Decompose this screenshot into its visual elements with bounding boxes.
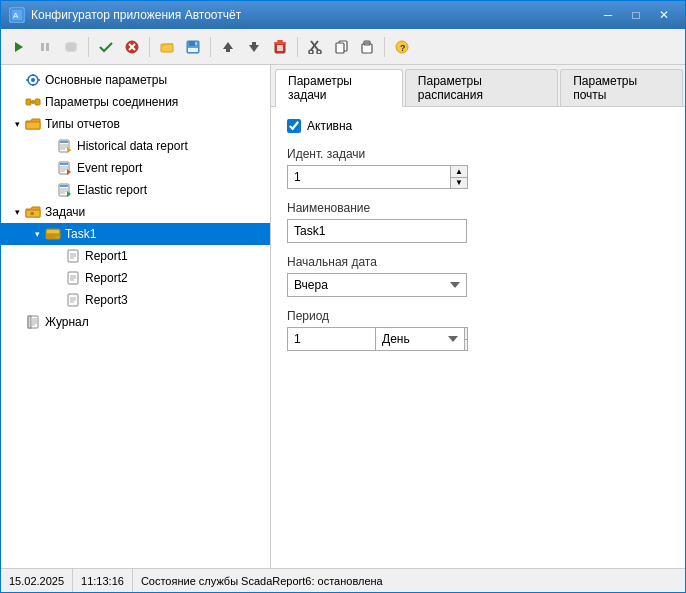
svg-rect-14 — [188, 48, 198, 52]
tasks-folder-icon: ≡ — [25, 204, 41, 220]
tab-schedule-params[interactable]: Параметры расписания — [405, 69, 558, 106]
svg-text:?: ? — [400, 43, 406, 53]
sidebar-item-connection[interactable]: Параметры соединения — [1, 91, 270, 113]
svg-point-37 — [31, 78, 35, 82]
stop-button[interactable] — [59, 35, 83, 59]
svg-text:≡: ≡ — [30, 210, 34, 217]
report-types-label: Типы отчетов — [45, 117, 120, 131]
sidebar-item-elastic[interactable]: Elastic report — [1, 179, 270, 201]
cancel-round-button[interactable] — [120, 35, 144, 59]
period-field-row: Период ▲ ▼ День Неделя Месяц — [287, 309, 669, 351]
start-date-select[interactable]: Сегодня Вчера Начало недели Начало месяц… — [287, 273, 467, 297]
minimize-button[interactable]: ─ — [595, 5, 621, 25]
help-button[interactable]: ? — [390, 35, 414, 59]
name-input[interactable] — [287, 219, 467, 243]
svg-marker-15 — [223, 42, 233, 49]
expand-icon — [41, 160, 57, 176]
active-label: Активна — [307, 119, 352, 133]
play-button[interactable] — [7, 35, 31, 59]
tab-task-params[interactable]: Параметры задачи — [275, 69, 403, 107]
svg-rect-23 — [274, 42, 286, 44]
sidebar-item-historical[interactable]: Historical data report — [1, 135, 270, 157]
tabs-bar: Параметры задачи Параметры расписания Па… — [271, 65, 685, 107]
svg-rect-24 — [277, 40, 283, 42]
statusbar-date: 15.02.2025 — [1, 569, 73, 592]
svg-rect-43 — [35, 99, 40, 105]
copy-button[interactable] — [329, 35, 353, 59]
sidebar-item-report-types[interactable]: ▾ Типы отчетов — [1, 113, 270, 135]
svg-marker-2 — [15, 42, 23, 52]
svg-rect-33 — [365, 42, 369, 44]
expand-icon — [9, 94, 25, 110]
report3-label: Report3 — [85, 293, 128, 307]
task-id-increment[interactable]: ▲ — [451, 166, 467, 178]
tasks-label: Задачи — [45, 205, 85, 219]
move-down-button[interactable] — [242, 35, 266, 59]
main-params-icon — [25, 72, 41, 88]
close-button[interactable]: ✕ — [651, 5, 677, 25]
titlebar: A Конфигуратор приложения Автоотчёт ─ □ … — [1, 1, 685, 29]
svg-rect-12 — [189, 41, 195, 46]
expand-icon — [9, 314, 25, 330]
expand-icon — [49, 292, 65, 308]
journal-label: Журнал — [45, 315, 89, 329]
panel-content: Активна Идент. задачи ▲ ▼ Наименова — [271, 107, 685, 568]
delete-toolbar-button[interactable] — [268, 35, 292, 59]
task-id-spinbox-btns: ▲ ▼ — [450, 165, 468, 189]
period-controls: ▲ ▼ День Неделя Месяц Год — [287, 327, 669, 351]
open-file-button[interactable] — [155, 35, 179, 59]
report1-icon — [65, 248, 81, 264]
svg-rect-4 — [46, 43, 49, 51]
expand-icon — [49, 248, 65, 264]
historical-label: Historical data report — [77, 139, 188, 153]
check-button[interactable] — [94, 35, 118, 59]
svg-rect-30 — [336, 43, 344, 53]
window-title: Конфигуратор приложения Автоотчёт — [31, 8, 595, 22]
statusbar: 15.02.2025 11:13:16 Состояние службы Sca… — [1, 568, 685, 592]
name-label: Наименование — [287, 201, 669, 215]
svg-rect-67 — [47, 230, 59, 233]
tab-mail-params[interactable]: Параметры почты — [560, 69, 683, 106]
task-id-decrement[interactable]: ▼ — [451, 178, 467, 189]
task1-label: Task1 — [65, 227, 96, 241]
period-spinbox: ▲ ▼ — [287, 327, 367, 351]
sidebar-item-journal[interactable]: Журнал — [1, 311, 270, 333]
task-id-input[interactable] — [287, 165, 450, 189]
sidebar-item-task1[interactable]: ▾ Task1 — [1, 223, 270, 245]
period-label: Период — [287, 309, 669, 323]
app-icon: A — [9, 7, 25, 23]
period-unit-select[interactable]: День Неделя Месяц Год — [375, 327, 465, 351]
report2-icon — [65, 270, 81, 286]
sidebar-item-main-params[interactable]: Основные параметры — [1, 69, 270, 91]
sidebar-item-report1[interactable]: Report1 — [1, 245, 270, 267]
paste-button[interactable] — [355, 35, 379, 59]
task1-expand[interactable]: ▾ — [29, 226, 45, 242]
active-field-row: Активна — [287, 119, 669, 133]
expand-icon — [41, 138, 57, 154]
sidebar-item-event[interactable]: Event report — [1, 157, 270, 179]
pause-button[interactable] — [33, 35, 57, 59]
elastic-label: Elastic report — [77, 183, 147, 197]
report-types-expand[interactable]: ▾ — [9, 116, 25, 132]
save-file-button[interactable] — [181, 35, 205, 59]
start-date-label: Начальная дата — [287, 255, 669, 269]
active-checkbox[interactable] — [287, 119, 301, 133]
svg-rect-3 — [41, 43, 44, 51]
sidebar-item-report3[interactable]: Report3 — [1, 289, 270, 311]
svg-marker-17 — [249, 45, 259, 52]
maximize-button[interactable]: □ — [623, 5, 649, 25]
elastic-report-icon — [57, 182, 73, 198]
window-controls: ─ □ ✕ — [595, 5, 677, 25]
tasks-expand[interactable]: ▾ — [9, 204, 25, 220]
main-content: Основные параметры Параметры соединения — [1, 65, 685, 568]
sidebar-item-tasks[interactable]: ▾ ≡ Задачи — [1, 201, 270, 223]
cut-button[interactable] — [303, 35, 327, 59]
move-up-button[interactable] — [216, 35, 240, 59]
svg-rect-13 — [195, 42, 197, 45]
svg-text:A: A — [13, 11, 19, 20]
report-types-folder-icon — [25, 116, 41, 132]
svg-rect-42 — [26, 99, 31, 105]
svg-point-45 — [32, 101, 35, 104]
sidebar-item-report2[interactable]: Report2 — [1, 267, 270, 289]
svg-marker-6 — [66, 43, 76, 51]
